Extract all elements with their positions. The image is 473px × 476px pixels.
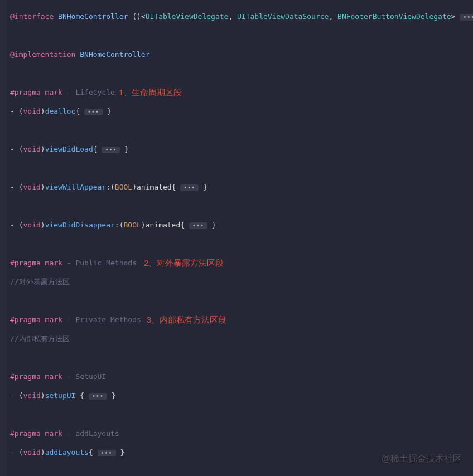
type-void: void: [23, 183, 40, 191]
method-name: viewDidLoad: [45, 145, 93, 153]
pragma: #pragma mark: [10, 259, 62, 267]
fold-ellipsis-icon[interactable]: •••: [460, 14, 473, 21]
annotation-1: 1、生命周期区段: [119, 88, 182, 97]
pragma-label: - Private Methods: [62, 315, 141, 324]
pragma-label: - LifeCycle: [62, 88, 115, 96]
at-implementation: @implementation: [10, 50, 75, 59]
at-interface: @interface: [10, 12, 54, 21]
delegate-protocol: UITableViewDataSource: [237, 12, 329, 21]
annotation-2: 2、对外暴露方法区段: [144, 258, 224, 268]
param: animated: [146, 221, 181, 229]
pragma: #pragma mark: [10, 88, 62, 96]
annotation-3: 3、内部私有方法区段: [147, 315, 226, 324]
pragma-label: - Public Methods: [62, 259, 137, 267]
type-void: void: [23, 107, 40, 115]
type-bool: BOOL: [115, 183, 132, 191]
code-area[interactable]: @interface BNHomeController ()<UITableVi…: [7, 0, 473, 476]
pragma-label: - addLayouts: [62, 429, 119, 438]
fold-ellipsis-icon[interactable]: •••: [102, 147, 120, 153]
gutter: [0, 0, 7, 476]
punct: ,: [329, 12, 337, 21]
method-name: setupUI: [45, 391, 76, 400]
fold-ellipsis-icon[interactable]: •••: [98, 450, 116, 456]
comment: //对外暴露方法区: [10, 278, 70, 286]
type-void: void: [23, 448, 40, 456]
param: animated: [137, 183, 172, 191]
class-name: BNHomeController: [58, 12, 128, 21]
punct: ()<: [128, 12, 145, 21]
delegate-protocol: UITableViewDelegate: [146, 12, 229, 21]
delegate-protocol: BNFooterButtonViewDelegate: [337, 12, 451, 21]
fold-ellipsis-icon[interactable]: •••: [84, 109, 103, 115]
method-name: viewDidDisappear: [45, 221, 115, 229]
method-name: dealloc: [45, 107, 76, 115]
method-name: viewWillAppear: [45, 183, 107, 191]
comment: //内部私有方法区: [10, 334, 70, 343]
fold-ellipsis-icon[interactable]: •••: [180, 184, 199, 191]
pragma: #pragma mark: [10, 372, 62, 381]
fold-ellipsis-icon[interactable]: •••: [189, 222, 207, 229]
type-void: void: [23, 391, 40, 400]
pragma: #pragma mark: [10, 315, 62, 324]
fold-ellipsis-icon[interactable]: •••: [89, 393, 107, 400]
type-bool: BOOL: [124, 221, 141, 229]
pragma: #pragma mark: [10, 429, 62, 438]
type-void: void: [23, 221, 40, 229]
punct: ,: [228, 12, 237, 21]
pragma-label: - SetupUI: [62, 372, 106, 381]
method-name: addLayouts: [45, 448, 89, 456]
code-content[interactable]: @interface BNHomeController ()<UITableVi…: [10, 2, 473, 474]
class-name: BNHomeController: [80, 50, 149, 59]
type-void: void: [23, 145, 40, 153]
punct: >: [451, 12, 460, 21]
code-editor[interactable]: @interface BNHomeController ()<UITableVi…: [0, 0, 473, 476]
watermark: @稀土掘金技术社区: [382, 453, 462, 465]
